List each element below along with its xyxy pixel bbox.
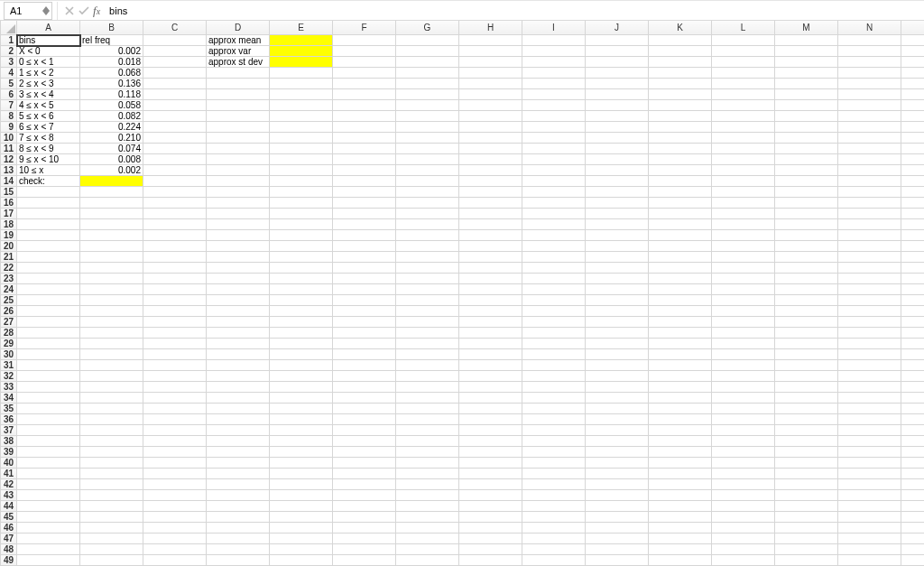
- cell-C39[interactable]: [143, 447, 207, 458]
- cell-N23[interactable]: [838, 274, 901, 284]
- cell-H36[interactable]: [459, 414, 522, 425]
- cell-O1[interactable]: [901, 35, 925, 46]
- cell-N5[interactable]: [838, 79, 901, 89]
- cell-O3[interactable]: [901, 57, 925, 68]
- cell-J32[interactable]: [586, 371, 649, 382]
- row-header-41[interactable]: 41: [1, 469, 17, 479]
- cell-H24[interactable]: [459, 284, 522, 295]
- cell-F24[interactable]: [333, 284, 396, 295]
- cell-K33[interactable]: [649, 382, 712, 393]
- cell-O33[interactable]: [901, 382, 925, 393]
- cell-E45[interactable]: [270, 512, 333, 523]
- cell-E49[interactable]: [270, 555, 333, 566]
- cell-O18[interactable]: [901, 219, 925, 230]
- column-header-K[interactable]: K: [649, 21, 712, 35]
- cell-L13[interactable]: [712, 165, 775, 176]
- cell-K18[interactable]: [649, 219, 712, 230]
- cell-N36[interactable]: [838, 414, 901, 425]
- cell-L23[interactable]: [712, 274, 775, 284]
- row-header-29[interactable]: 29: [1, 339, 17, 349]
- column-header-E[interactable]: E: [270, 21, 333, 35]
- cell-E29[interactable]: [270, 339, 333, 349]
- row-header-43[interactable]: 43: [1, 490, 17, 501]
- cell-C16[interactable]: [143, 198, 207, 209]
- cell-O27[interactable]: [901, 317, 925, 328]
- cell-D9[interactable]: [207, 122, 270, 133]
- cell-L48[interactable]: [712, 544, 775, 555]
- cell-O40[interactable]: [901, 458, 925, 469]
- cell-F8[interactable]: [333, 111, 396, 122]
- cell-J15[interactable]: [586, 187, 649, 198]
- cell-G13[interactable]: [396, 165, 459, 176]
- cell-L32[interactable]: [712, 371, 775, 382]
- cell-G37[interactable]: [396, 425, 459, 436]
- cell-E5[interactable]: [270, 79, 333, 89]
- cell-C26[interactable]: [143, 306, 207, 317]
- cell-J47[interactable]: [586, 534, 649, 544]
- cell-C47[interactable]: [143, 534, 207, 544]
- cell-L21[interactable]: [712, 252, 775, 263]
- cell-A48[interactable]: [17, 544, 80, 555]
- cell-J38[interactable]: [586, 436, 649, 447]
- cell-I41[interactable]: [522, 469, 586, 479]
- cell-C6[interactable]: [143, 89, 207, 100]
- cancel-icon[interactable]: [62, 4, 77, 18]
- cell-L12[interactable]: [712, 154, 775, 165]
- cell-O2[interactable]: [901, 46, 925, 57]
- row-header-15[interactable]: 15: [1, 187, 17, 198]
- row-header-32[interactable]: 32: [1, 371, 17, 382]
- cell-C13[interactable]: [143, 165, 207, 176]
- cell-D37[interactable]: [207, 425, 270, 436]
- row-header-21[interactable]: 21: [1, 252, 17, 263]
- cell-K16[interactable]: [649, 198, 712, 209]
- cell-B12[interactable]: 0.008: [80, 154, 143, 165]
- cell-H28[interactable]: [459, 328, 522, 339]
- cell-B36[interactable]: [80, 414, 143, 425]
- cell-K21[interactable]: [649, 252, 712, 263]
- cell-H2[interactable]: [459, 46, 522, 57]
- cell-N14[interactable]: [838, 176, 901, 187]
- cell-J8[interactable]: [586, 111, 649, 122]
- cell-B17[interactable]: [80, 209, 143, 219]
- cell-O44[interactable]: [901, 501, 925, 512]
- cell-L14[interactable]: [712, 176, 775, 187]
- cell-O23[interactable]: [901, 274, 925, 284]
- cell-D47[interactable]: [207, 534, 270, 544]
- cell-C24[interactable]: [143, 284, 207, 295]
- cell-D19[interactable]: [207, 230, 270, 241]
- cell-C9[interactable]: [143, 122, 207, 133]
- cell-K5[interactable]: [649, 79, 712, 89]
- cell-N41[interactable]: [838, 469, 901, 479]
- cell-B1[interactable]: rel freq: [80, 35, 143, 46]
- cell-G32[interactable]: [396, 371, 459, 382]
- cell-A46[interactable]: [17, 523, 80, 534]
- cell-K35[interactable]: [649, 404, 712, 414]
- row-header-13[interactable]: 13: [1, 165, 17, 176]
- cell-D30[interactable]: [207, 349, 270, 360]
- cell-I45[interactable]: [522, 512, 586, 523]
- cell-G29[interactable]: [396, 339, 459, 349]
- cell-K15[interactable]: [649, 187, 712, 198]
- cell-K3[interactable]: [649, 57, 712, 68]
- cell-D45[interactable]: [207, 512, 270, 523]
- row-header-26[interactable]: 26: [1, 306, 17, 317]
- cell-K37[interactable]: [649, 425, 712, 436]
- cell-H38[interactable]: [459, 436, 522, 447]
- cell-M10[interactable]: [775, 133, 838, 144]
- cell-E27[interactable]: [270, 317, 333, 328]
- cell-F18[interactable]: [333, 219, 396, 230]
- cell-I42[interactable]: [522, 479, 586, 490]
- row-header-34[interactable]: 34: [1, 393, 17, 404]
- cell-G46[interactable]: [396, 523, 459, 534]
- row-header-45[interactable]: 45: [1, 512, 17, 523]
- cell-M19[interactable]: [775, 230, 838, 241]
- row-header-2[interactable]: 2: [1, 46, 17, 57]
- row-header-4[interactable]: 4: [1, 68, 17, 79]
- cell-K42[interactable]: [649, 479, 712, 490]
- cell-H3[interactable]: [459, 57, 522, 68]
- cell-M35[interactable]: [775, 404, 838, 414]
- cell-M14[interactable]: [775, 176, 838, 187]
- cell-D42[interactable]: [207, 479, 270, 490]
- cell-A1[interactable]: bins: [17, 35, 80, 46]
- cell-J20[interactable]: [586, 241, 649, 252]
